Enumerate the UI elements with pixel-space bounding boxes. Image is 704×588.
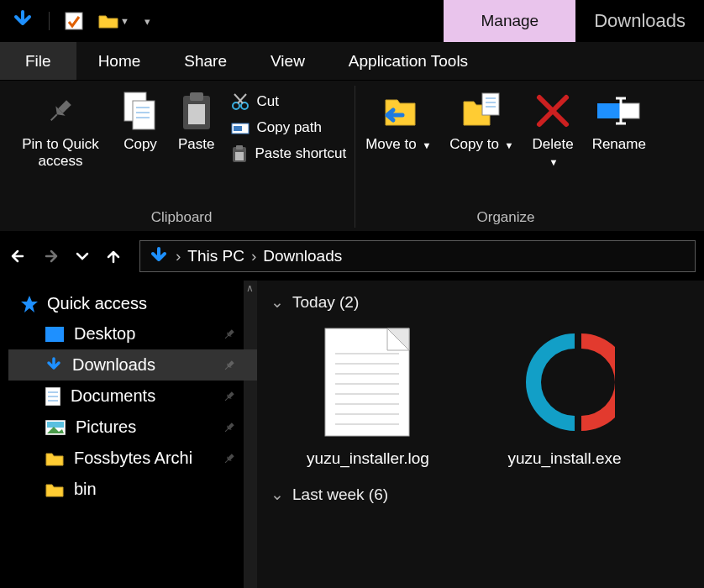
qat-customize-icon[interactable]: ▾	[144, 15, 150, 28]
file-item[interactable]: yuzu_installer.log	[284, 323, 452, 468]
breadcrumb-downloads[interactable]: Downloads	[263, 247, 342, 265]
copy-to-icon	[459, 91, 504, 131]
downloads-icon	[45, 357, 62, 374]
context-tab-manage[interactable]: Manage	[444, 0, 575, 42]
address-bar[interactable]: › This PC › Downloads	[139, 240, 696, 272]
rename-button[interactable]: Rename	[587, 86, 651, 153]
file-list-pane[interactable]: ⌄ Today (2)	[257, 281, 704, 588]
location-icon	[149, 246, 169, 266]
window-title: Downloads	[575, 0, 704, 42]
pin-icon	[44, 91, 77, 131]
svg-rect-10	[190, 92, 203, 101]
file-name: yuzu_installer.log	[307, 449, 429, 468]
svg-marker-32	[21, 296, 38, 312]
copy-path-label: Copy path	[256, 119, 322, 136]
quick-access-label: Quick access	[47, 294, 147, 313]
chevron-right-icon[interactable]: ›	[251, 247, 256, 265]
sidebar-item-fossbytes[interactable]: Fossbytes Archi	[8, 443, 257, 474]
new-folder-icon[interactable]: ▼	[98, 13, 129, 29]
paste-icon	[180, 91, 213, 131]
copy-path-button[interactable]: Copy path	[228, 118, 349, 138]
sidebar-item-downloads[interactable]: Downloads	[8, 349, 257, 381]
paste-shortcut-icon	[231, 144, 248, 163]
scissors-icon	[231, 92, 250, 111]
sidebar-item-bin[interactable]: bin	[8, 474, 257, 505]
sidebar-item-label: Downloads	[72, 355, 155, 375]
tab-file[interactable]: File	[0, 42, 76, 80]
cut-button[interactable]: Cut	[228, 91, 349, 113]
tab-application-tools[interactable]: Application Tools	[327, 42, 490, 80]
chevron-down-icon: ▼	[505, 140, 514, 150]
tab-home[interactable]: Home	[76, 42, 163, 80]
file-item[interactable]: yuzu_install.exe	[481, 323, 649, 468]
chevron-down-icon: ▼	[549, 157, 559, 167]
svg-rect-21	[482, 93, 499, 115]
file-name: yuzu_install.exe	[507, 449, 621, 468]
rename-label: Rename	[592, 136, 646, 153]
move-to-button[interactable]: Move to ▼	[360, 86, 436, 153]
paste-shortcut-label: Paste shortcut	[255, 145, 346, 162]
copy-icon	[121, 91, 160, 131]
folder-icon	[45, 451, 64, 466]
delete-label: Delete▼	[532, 136, 573, 171]
pin-icon	[223, 328, 235, 340]
title-bar: ▼ ▾ Manage Downloads	[0, 0, 704, 42]
svg-rect-39	[225, 366, 229, 370]
ribbon-group-organize: Move to ▼ Copy to ▼ Delete▼ Rename	[355, 86, 656, 228]
svg-rect-19	[236, 145, 243, 150]
sidebar-item-label: Desktop	[74, 324, 135, 344]
cut-label: Cut	[256, 93, 278, 110]
sidebar-item-desktop[interactable]: Desktop	[8, 318, 257, 349]
pin-icon	[223, 360, 235, 371]
group-count: 2	[344, 293, 354, 311]
delete-button[interactable]: Delete▼	[527, 86, 578, 171]
sidebar-item-pictures[interactable]: Pictures	[8, 412, 257, 443]
paste-label: Paste	[178, 136, 214, 153]
svg-rect-52	[225, 428, 229, 432]
paste-button[interactable]: Paste	[173, 86, 219, 153]
copy-path-icon	[231, 120, 250, 135]
copy-to-button[interactable]: Copy to ▼	[444, 86, 518, 153]
move-to-label: Move to ▼	[365, 136, 431, 153]
delete-x-icon	[534, 91, 571, 131]
chevron-right-icon[interactable]: ›	[176, 247, 181, 265]
ribbon-tabs: File Home Share View Application Tools	[0, 42, 704, 81]
group-header-last-week[interactable]: ⌄ Last week (6)	[269, 480, 692, 512]
pin-to-quick-access-button[interactable]: Pin to Quick access	[13, 86, 108, 171]
copy-button[interactable]: Copy	[116, 86, 165, 153]
svg-rect-17	[234, 126, 242, 131]
sidebar-item-label: bin	[74, 480, 97, 499]
pictures-icon	[45, 420, 66, 435]
documents-icon	[45, 387, 60, 406]
group-header-today[interactable]: ⌄ Today (2)	[269, 287, 692, 320]
yuzu-exe-icon	[514, 323, 615, 441]
breadcrumb-this-pc[interactable]: This PC	[187, 247, 244, 265]
downloads-arrow-icon[interactable]	[12, 10, 34, 32]
ribbon: Pin to Quick access Copy Paste	[0, 81, 704, 232]
properties-icon[interactable]	[65, 12, 83, 30]
back-button[interactable]	[8, 247, 27, 265]
tab-view[interactable]: View	[249, 42, 327, 80]
svg-rect-5	[133, 101, 155, 129]
sidebar-item-label: Documents	[71, 386, 155, 406]
forward-button[interactable]	[42, 247, 60, 265]
desktop-icon	[45, 327, 64, 342]
chevron-down-icon: ⌄	[271, 292, 284, 312]
paste-shortcut-button[interactable]: Paste shortcut	[228, 143, 349, 165]
tab-share[interactable]: Share	[162, 42, 249, 80]
chevron-down-icon: ⌄	[271, 485, 284, 504]
svg-rect-20	[235, 152, 244, 160]
sidebar-item-label: Fossbytes Archi	[74, 449, 192, 468]
svg-rect-27	[597, 103, 623, 118]
svg-rect-48	[47, 422, 64, 428]
folder-icon	[45, 482, 64, 497]
svg-rect-46	[225, 397, 229, 401]
sidebar-item-documents[interactable]: Documents	[8, 381, 257, 412]
group-label: Today	[292, 293, 335, 311]
content-area: ∧ Quick access Desktop Downloads Docu	[0, 281, 704, 588]
recent-locations-button[interactable]	[76, 250, 89, 262]
quick-access-header[interactable]: Quick access	[8, 289, 257, 318]
svg-rect-11	[188, 104, 205, 124]
up-button[interactable]	[104, 247, 123, 265]
organize-group-label: Organize	[477, 206, 535, 228]
